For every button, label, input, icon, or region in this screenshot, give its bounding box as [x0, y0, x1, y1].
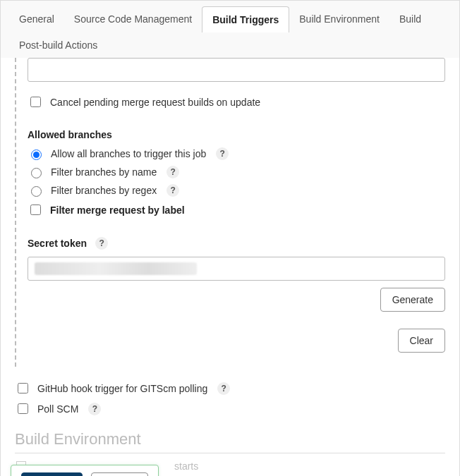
- tab-post-build-actions[interactable]: Post-build Actions: [9, 32, 107, 58]
- poll-scm-label: Poll SCM: [37, 403, 78, 415]
- save-button[interactable]: Save: [21, 472, 83, 476]
- clear-button[interactable]: Clear: [398, 329, 445, 353]
- help-icon[interactable]: ?: [217, 382, 230, 395]
- cancel-pending-label: Cancel pending merge request builds on u…: [50, 97, 260, 108]
- build-environment-heading: Build Environment: [15, 430, 445, 448]
- github-hook-label: GitHub hook trigger for GITScm polling: [37, 383, 207, 394]
- secret-token-title: Secret token: [28, 238, 87, 249]
- trigger-url-input[interactable]: [28, 58, 445, 82]
- divider: [15, 453, 445, 453]
- help-icon[interactable]: ?: [167, 166, 179, 178]
- allow-all-radio[interactable]: [31, 149, 42, 160]
- footer-action-bar: Save Apply: [11, 465, 159, 476]
- filter-name-radio[interactable]: [31, 168, 42, 178]
- cancel-pending-checkbox[interactable]: [30, 97, 41, 107]
- generate-button[interactable]: Generate: [380, 288, 445, 312]
- tab-scm[interactable]: Source Code Management: [64, 6, 202, 32]
- faded-text-starts: starts: [174, 460, 198, 472]
- allow-all-label: Allow all branches to trigger this job: [51, 148, 206, 159]
- poll-scm-checkbox[interactable]: [18, 403, 28, 414]
- secret-token-input[interactable]: [28, 257, 445, 281]
- help-icon[interactable]: ?: [95, 237, 108, 250]
- tab-bar: General Source Code Management Build Tri…: [1, 1, 459, 58]
- help-icon[interactable]: ?: [216, 147, 229, 160]
- filter-regex-label: Filter branches by regex: [51, 185, 157, 196]
- tab-general[interactable]: General: [9, 6, 64, 32]
- filter-name-label: Filter branches by name: [51, 166, 157, 178]
- tab-build-environment[interactable]: Build Environment: [289, 6, 389, 32]
- tab-build-triggers[interactable]: Build Triggers: [202, 6, 289, 32]
- help-icon[interactable]: ?: [167, 184, 179, 197]
- trigger-group: Cancel pending merge request builds on u…: [15, 58, 445, 367]
- apply-button[interactable]: Apply: [91, 472, 148, 476]
- tab-build[interactable]: Build: [389, 6, 431, 32]
- help-icon[interactable]: ?: [88, 403, 101, 415]
- filter-regex-radio[interactable]: [31, 186, 42, 197]
- filter-label-label: Filter merge request by label: [50, 205, 185, 216]
- content-area: Cancel pending merge request builds on u…: [1, 58, 459, 476]
- allowed-branches-title: Allowed branches: [28, 129, 445, 140]
- filter-label-checkbox[interactable]: [30, 205, 41, 215]
- github-hook-checkbox[interactable]: [18, 383, 28, 393]
